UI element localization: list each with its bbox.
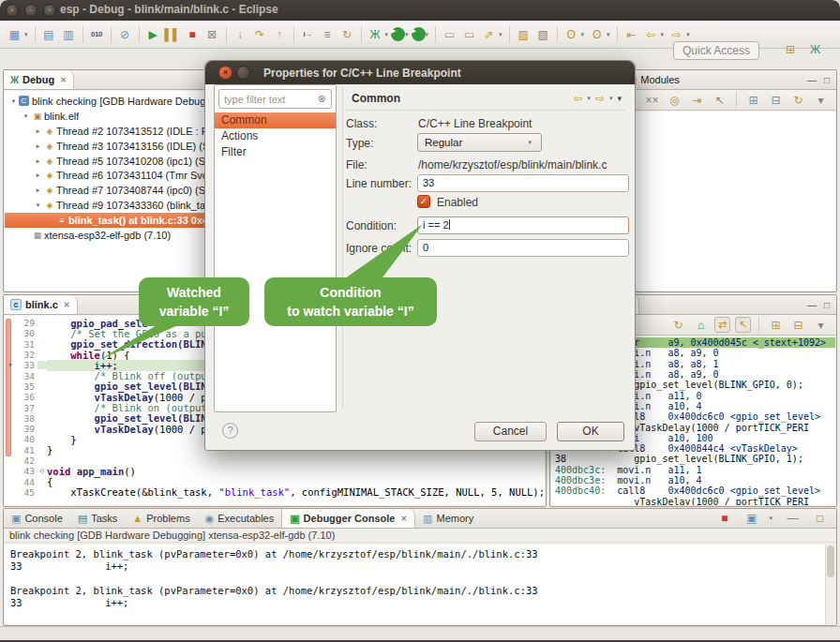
dropdown-caret-icon[interactable]: ▾ bbox=[405, 31, 409, 38]
skip-all-breakpoints-icon[interactable]: ⊘ bbox=[116, 25, 134, 44]
collapse-icon[interactable]: ⊟ bbox=[767, 91, 785, 110]
window-minimize-button[interactable]: − bbox=[24, 4, 38, 17]
dropdown-caret-icon[interactable]: ▾ bbox=[581, 31, 585, 38]
minimize-button[interactable]: — bbox=[807, 300, 817, 310]
dialog-nav-actions[interactable]: Actions bbox=[215, 128, 336, 144]
minimize-button[interactable]: — bbox=[807, 75, 817, 85]
dropdown-caret-icon[interactable]: ▾ bbox=[769, 515, 772, 522]
refresh-icon[interactable]: ↻ bbox=[789, 91, 807, 110]
tab-debugger-console[interactable]: ▣Debugger Console✕ bbox=[281, 509, 415, 528]
last-edit-location-icon[interactable]: ⇤ bbox=[622, 25, 640, 44]
brush-icon[interactable]: ▨ bbox=[515, 25, 532, 44]
binary-icon[interactable]: 010 bbox=[88, 25, 106, 44]
dialog-nav-filter[interactable]: Filter bbox=[215, 144, 336, 160]
terminate-console-icon[interactable]: ■ bbox=[715, 509, 733, 528]
view-menu-icon[interactable]: ▾ bbox=[812, 91, 830, 110]
tab-console[interactable]: ▣Console bbox=[4, 509, 70, 528]
dropdown-caret-icon[interactable]: ▾ bbox=[499, 31, 502, 38]
help-icon[interactable]: ? bbox=[222, 423, 238, 439]
open-perspective-icon[interactable]: ⊞ bbox=[786, 43, 795, 56]
track-pc-icon[interactable]: ↖ bbox=[735, 317, 751, 333]
maximize-icon[interactable]: □ bbox=[811, 509, 829, 528]
debug-tree-item-debug-target[interactable]: ▾▣blink.elf bbox=[5, 109, 212, 124]
window-maximize-button[interactable]: + bbox=[43, 4, 56, 17]
debug-tree-item-stack-frame[interactable]: ≡blink_task() at blink.c:33 0x400db bbox=[5, 213, 212, 228]
tree-expand-icon[interactable]: ▾ bbox=[8, 97, 19, 105]
close-icon[interactable]: ✕ bbox=[60, 76, 67, 84]
sync-icon[interactable]: ⇄ bbox=[714, 317, 730, 333]
open-folder-icon[interactable]: ▭ bbox=[441, 25, 458, 44]
restart-icon[interactable]: ↻ bbox=[338, 25, 356, 44]
tree-expand-icon[interactable]: ▸ bbox=[33, 142, 43, 150]
new-wizard-icon[interactable]: ▦ bbox=[6, 25, 23, 44]
tree-expand-icon[interactable]: ▾ bbox=[33, 202, 43, 209]
home-icon[interactable]: ⌂ bbox=[692, 316, 710, 335]
forward-icon[interactable]: ⇨ bbox=[595, 92, 605, 105]
step-into-icon[interactable]: ↓ bbox=[232, 25, 249, 44]
step-over-icon[interactable]: ↷ bbox=[251, 25, 269, 44]
maximize-button[interactable]: □ bbox=[824, 75, 830, 85]
tab-tasks[interactable]: ▤Tasks bbox=[70, 509, 126, 528]
debug-icon[interactable]: Ж bbox=[367, 25, 384, 44]
debug-perspective-icon[interactable]: Ж bbox=[810, 43, 820, 56]
close-icon[interactable]: ✕ bbox=[64, 301, 70, 309]
instruction-stepping-icon[interactable]: i→ bbox=[299, 25, 317, 44]
debug-tree-item-thread[interactable]: ▸◈Thread #2 1073413512 (IDLE : Runn bbox=[5, 124, 212, 139]
dropdown-caret-icon[interactable]: ▾ bbox=[24, 31, 28, 38]
view-menu-icon[interactable]: ▾ bbox=[812, 316, 830, 335]
resume-icon[interactable]: ▶ bbox=[144, 25, 162, 44]
tree-expand-icon[interactable]: ▸ bbox=[33, 157, 43, 165]
clear-filter-icon[interactable]: ⊗ bbox=[318, 93, 326, 105]
dialog-nav-common[interactable]: Common bbox=[215, 112, 336, 128]
tree-expand-icon[interactable]: ▸ bbox=[33, 172, 43, 179]
tree-expand-icon[interactable]: ▸ bbox=[33, 127, 43, 135]
dialog-minimize-button[interactable] bbox=[236, 66, 250, 80]
debug-tree-item-thread[interactable]: ▸◈Thread #6 1073431104 (Tmr Svc) (S bbox=[5, 168, 212, 183]
save-all-icon[interactable]: ▥ bbox=[60, 25, 78, 44]
terminate-icon[interactable]: ■ bbox=[184, 25, 202, 44]
tab-problems[interactable]: ▲Problems bbox=[125, 509, 197, 528]
clone-view-icon[interactable]: ⊟ bbox=[789, 316, 807, 335]
console-output[interactable]: Breakpoint 2, blink_task (pvParameter=0x… bbox=[5, 545, 835, 624]
back-icon[interactable]: ⇦ bbox=[642, 25, 660, 44]
dropdown-caret-icon[interactable]: ▾ bbox=[385, 31, 389, 38]
toggle-mark-occurrences-icon[interactable]: ʘ bbox=[562, 25, 580, 44]
debug-tree-item-thread[interactable]: ▾◈Thread #9 1073433360 (blink_task bbox=[5, 198, 212, 213]
close-icon[interactable]: ✕ bbox=[400, 515, 407, 523]
back-icon[interactable]: ⇦ bbox=[573, 92, 582, 105]
tree-expand-icon[interactable] bbox=[21, 231, 31, 238]
fold-marker-icon[interactable]: ⊖ bbox=[38, 467, 47, 475]
run-icon[interactable]: ▶ bbox=[391, 27, 405, 41]
tree-expand-icon[interactable]: ▸ bbox=[33, 187, 43, 194]
ignore-count-input[interactable]: 0 bbox=[417, 239, 629, 257]
pin-icon[interactable]: ⇗ bbox=[480, 25, 498, 44]
display-selected-console-icon[interactable]: ▣ bbox=[742, 509, 760, 528]
cancel-button[interactable]: Cancel bbox=[474, 422, 547, 441]
toggle-annotations-icon[interactable]: ʘ bbox=[588, 25, 606, 44]
line-number-input[interactable]: 33 bbox=[417, 174, 629, 192]
external-tools-icon[interactable]: ▶ bbox=[412, 27, 426, 41]
minimize-icon[interactable]: — bbox=[784, 509, 802, 528]
suspend-icon[interactable]: ▌▌ bbox=[164, 25, 182, 44]
dropdown-caret-icon[interactable]: ▾ bbox=[686, 31, 690, 38]
view-menu-icon[interactable]: ▾ bbox=[617, 94, 622, 103]
breakpoint-marker-icon[interactable]: ➤ bbox=[5, 361, 17, 369]
tree-expand-icon[interactable]: ▾ bbox=[21, 112, 31, 120]
window-close-button[interactable]: × bbox=[6, 4, 19, 17]
filter-input[interactable]: type filter text ⊗ bbox=[218, 89, 332, 109]
debug-tree-item-thread[interactable]: ▸◈Thread #5 1073410208 (ipc1) (Susp bbox=[5, 154, 212, 169]
tab-debug[interactable]: Ж Debug ✕ bbox=[4, 70, 74, 89]
condition-input[interactable]: i == 2 bbox=[417, 216, 629, 234]
quick-access-button[interactable]: Quick Access bbox=[673, 41, 759, 60]
enabled-checkbox[interactable]: ✓ bbox=[417, 195, 430, 208]
dropdown-caret-icon[interactable]: ▾ bbox=[607, 31, 610, 38]
tab-blink-c[interactable]: c blink.c ✕ bbox=[4, 295, 78, 314]
type-select[interactable]: Regular ▾ bbox=[417, 133, 542, 152]
pointer-icon[interactable]: ↖ bbox=[711, 91, 728, 110]
import-icon[interactable]: ⇥ bbox=[688, 91, 706, 110]
dialog-close-button[interactable]: × bbox=[218, 66, 232, 80]
team-icon[interactable]: ▧ bbox=[534, 25, 552, 44]
expand-icon[interactable]: ⊞ bbox=[744, 91, 762, 110]
debug-tree-item-gdb-process[interactable]: ▦xtensa-esp32-elf-gdb (7.10) bbox=[5, 228, 212, 243]
step-return-icon[interactable]: ↑ bbox=[271, 25, 289, 44]
